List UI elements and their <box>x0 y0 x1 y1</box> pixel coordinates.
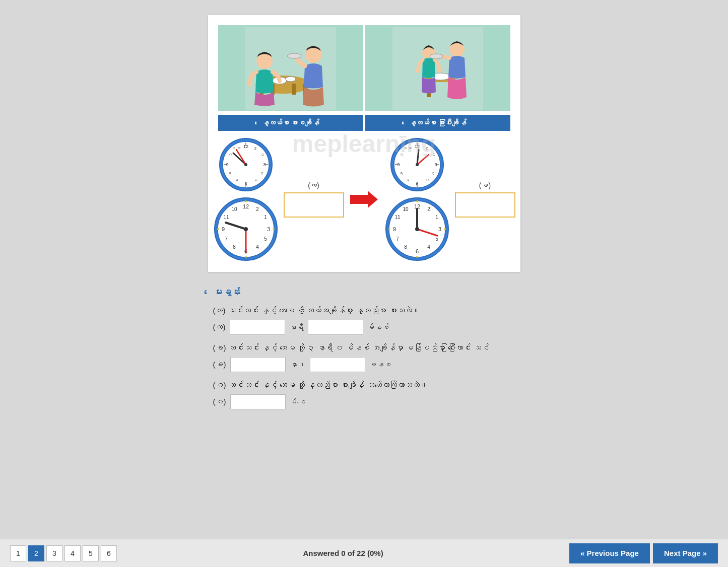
label-row: နေ့လယ်စာ စားစချိန် နေ့လယ်စာ စားပြီးချိန် <box>218 115 510 131</box>
svg-point-60 <box>244 227 248 231</box>
svg-text:10: 10 <box>403 206 409 212</box>
svg-text:၄: ၄ <box>431 171 435 176</box>
svg-text:4: 4 <box>256 244 259 250</box>
svg-text:5: 5 <box>435 236 438 242</box>
svg-point-85 <box>416 200 418 202</box>
svg-text:ဂ: ဂ <box>253 178 257 182</box>
left-clock-column: 12 6 9 3 2 ဝ ၁ဝ ဂ ရ ဒ ဂ ၄ <box>213 137 279 262</box>
nav-buttons: « Previous Page Next Page » <box>569 543 718 563</box>
svg-text:3: 3 <box>267 226 270 232</box>
svg-point-44 <box>217 228 219 230</box>
svg-text:10: 10 <box>231 206 237 212</box>
questions-section: မေးခွန်း (က) သင်းသင်း နှင့် အမေ တို့ ဘယ်… <box>208 287 520 416</box>
svg-text:2: 2 <box>256 206 259 212</box>
q3-input-label: မိ-င <box>290 396 306 407</box>
q2-text: (ခ) သင်းသင်း နှင့် အမေ တို့ ၃ နာရီ ၀ မိန… <box>213 342 515 354</box>
svg-text:3: 3 <box>263 162 266 167</box>
question-3: (ဂ) သင်းသင်း နှင့် အမေ တို့ နေ့လည်စာ စား… <box>213 379 515 409</box>
svg-text:2: 2 <box>425 146 428 151</box>
page-6[interactable]: 6 <box>101 545 117 561</box>
svg-text:3: 3 <box>434 162 437 167</box>
svg-point-82 <box>416 163 419 166</box>
svg-point-9 <box>305 46 322 63</box>
svg-point-18 <box>430 54 443 59</box>
clock-label-b: (ခ) <box>479 181 491 189</box>
q1-text: (က) သင်းသင်း နှင့် အမေ တို့ ဘယ်အချိန်မှာ… <box>213 305 515 317</box>
illustration-left <box>218 25 363 111</box>
svg-point-87 <box>388 228 390 230</box>
middle-section: (က) <box>284 181 344 218</box>
svg-text:1: 1 <box>435 215 438 220</box>
svg-text:၁ဝ: ၁ဝ <box>404 146 412 151</box>
q2-input1-label: နာ ၊ <box>290 359 306 370</box>
page-5[interactable]: 5 <box>83 545 99 561</box>
svg-point-7 <box>286 77 296 82</box>
q1-input-row: (က) နာရီ မိနစ် <box>213 320 515 335</box>
page-2[interactable]: 2 <box>28 545 44 561</box>
svg-text:8: 8 <box>404 244 407 250</box>
next-page-button[interactable]: Next Page » <box>653 543 718 563</box>
svg-point-43 <box>245 256 247 258</box>
label-left: နေ့လယ်စာ စားစချိန် <box>218 115 363 131</box>
q1-input-2[interactable] <box>308 320 363 335</box>
svg-text:5: 5 <box>264 236 267 242</box>
svg-text:1: 1 <box>264 215 267 220</box>
svg-point-39 <box>244 163 247 166</box>
q2-input-row: (ခ) နာ ၊ မနစ <box>213 357 515 372</box>
svg-text:8: 8 <box>233 244 236 250</box>
svg-point-42 <box>245 200 247 202</box>
svg-point-103 <box>415 227 419 231</box>
arrow-icon <box>349 189 379 209</box>
svg-text:11: 11 <box>394 215 401 220</box>
svg-text:4: 4 <box>427 244 430 250</box>
svg-point-45 <box>273 228 275 230</box>
answer-box-left[interactable] <box>284 192 344 218</box>
svg-text:ဂ: ဂ <box>228 153 232 157</box>
svg-text:12: 12 <box>243 144 248 149</box>
question-1: (က) သင်းသင်း နှင့် အမေ တို့ ဘယ်အချိန်မှာ… <box>213 305 515 335</box>
svg-point-86 <box>416 256 418 258</box>
clock-bottom-right: 12 6 9 3 2 1 10 11 7 8 4 5 <box>384 196 450 262</box>
label-right: နေ့လယ်စာ စားပြီးချိန် <box>365 115 510 131</box>
answer-box-right[interactable] <box>455 192 515 218</box>
svg-text:9: 9 <box>221 226 224 232</box>
q1-input-1[interactable] <box>230 320 285 335</box>
svg-text:ရ: ရ <box>228 171 232 176</box>
q2-input-2[interactable] <box>310 357 365 372</box>
q2-input-1[interactable] <box>230 357 286 372</box>
page-3[interactable]: 3 <box>46 545 62 561</box>
q3-label-ga: (ဂ) <box>213 396 226 408</box>
svg-text:12: 12 <box>242 203 248 209</box>
clock-top-left: 12 6 9 3 2 ဝ ၁ဝ ဂ ရ ဒ ဂ ၄ <box>218 137 274 192</box>
svg-text:၄: ၄ <box>260 171 264 176</box>
svg-text:2: 2 <box>254 146 256 151</box>
section-title: မေးခွန်း <box>213 287 515 298</box>
svg-text:ဒ: ဒ <box>234 178 238 182</box>
svg-text:6: 6 <box>415 248 418 254</box>
clock-top-right: 12 6 9 3 2 ဝ ၁ဝ ဂ ရ ဒ ဂ ၄ <box>389 137 445 192</box>
q1-input1-label: နာရီ <box>289 322 304 333</box>
svg-text:ဂ: ဂ <box>399 153 403 157</box>
page-1[interactable]: 1 <box>10 545 26 561</box>
q3-input-row: (ဂ) မိ-င <box>213 394 515 409</box>
svg-text:ဝ: ဝ <box>260 153 264 157</box>
question-2: (ခ) သင်းသင်း နှင့် အမေ တို့ ၃ နာရီ ၀ မိန… <box>213 342 515 372</box>
q1-input2-label: မိနစ် <box>367 322 389 333</box>
svg-text:11: 11 <box>223 215 229 220</box>
footer-status: Answered 0 of 22 (0%) <box>117 549 569 557</box>
svg-rect-5 <box>292 84 296 95</box>
right-section: (ခ) <box>455 181 515 218</box>
page-4[interactable]: 4 <box>64 545 81 561</box>
illustration-row <box>218 25 510 111</box>
svg-text:ဂ: ဂ <box>425 178 429 182</box>
clock-bottom-left: 12 6 9 3 2 1 10 11 7 8 4 5 <box>213 196 279 262</box>
q3-input-1[interactable] <box>230 394 286 409</box>
prev-page-button[interactable]: « Previous Page <box>569 543 650 563</box>
right-clock-column: 12 6 9 3 2 ဝ ၁ဝ ဂ ရ ဒ ဂ ၄ <box>384 137 450 262</box>
svg-point-88 <box>444 228 446 230</box>
q3-text: (ဂ) သင်းသင်း နှင့် အမေ တို့ နေ့လည်စာ စား… <box>213 379 515 391</box>
svg-text:6: 6 <box>416 181 418 186</box>
svg-text:2: 2 <box>427 206 430 212</box>
svg-text:6: 6 <box>244 181 247 186</box>
svg-text:ဝ: ဝ <box>431 153 435 157</box>
